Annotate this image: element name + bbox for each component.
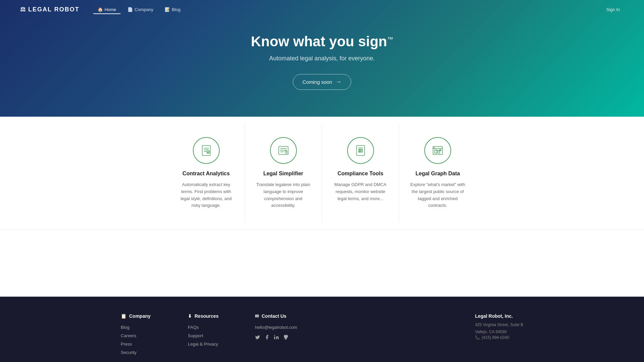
legal-graph-data-title: Legal Graph Data	[416, 171, 460, 177]
hero-subtitle: Automated legal analysis, for everyone.	[269, 55, 375, 62]
blog-icon: 📝	[165, 7, 170, 12]
footer: 📋 Company Blog Careers Press Security ⬇ …	[0, 297, 644, 362]
hero-title: Know what you sign™	[251, 34, 393, 50]
footer-resources-heading: ⬇ Resources	[188, 313, 235, 319]
nav-links: 🏠 Home 📄 Company 📝 Blog	[93, 5, 602, 14]
footer-email: hello@legalrobot.com	[255, 325, 309, 330]
compliance-tools-icon	[354, 144, 367, 157]
content-spacer	[0, 230, 644, 297]
footer-company-heading: 📋 Company	[121, 313, 168, 319]
feature-legal-graph-data: ▶_ Legal Graph Data Explore "what's mark…	[399, 124, 476, 223]
legal-simplifier-icon	[277, 144, 290, 157]
compliance-tools-icon-wrap	[347, 137, 374, 164]
footer-resources-col: ⬇ Resources FAQs Support Legal & Privacy	[188, 313, 235, 350]
footer-address-line1: 425 Virginia Street, Suite B	[475, 321, 523, 328]
contract-analytics-icon	[200, 144, 213, 157]
svg-point-21	[274, 335, 275, 336]
footer-contact-heading: ✉ Contact Us	[255, 313, 309, 319]
nav-blog-label: Blog	[172, 7, 180, 12]
footer-link-security[interactable]: Security	[121, 350, 168, 355]
footer-address: 425 Virginia Street, Suite B Vallejo, CA…	[475, 321, 523, 335]
legal-simplifier-title: Legal Simplifier	[263, 171, 303, 177]
phone-icon: 📞	[475, 335, 480, 340]
footer-company-heading-text: Company	[129, 313, 151, 319]
twitter-icon[interactable]	[255, 335, 260, 341]
footer-address-line2: Vallejo, CA 94590	[475, 328, 523, 335]
features-section: Contract Analytics Automatically extract…	[0, 117, 644, 230]
cta-label: Coming soon	[303, 79, 332, 85]
footer-company-col: 📋 Company Blog Careers Press Security	[121, 313, 168, 358]
feature-legal-simplifier: Legal Simplifier Translate legalese into…	[245, 124, 322, 223]
logo-text: LEGAL ROBOT	[28, 6, 79, 13]
legal-simplifier-icon-wrap	[270, 137, 297, 164]
nav-home-label: Home	[105, 7, 116, 12]
hero-title-text: Know what you sign	[251, 34, 387, 49]
footer-phone: 📞 (415) 894-0240	[475, 335, 523, 340]
arrow-icon: →	[335, 78, 341, 85]
contract-analytics-title: Contract Analytics	[182, 171, 230, 177]
svg-rect-0	[202, 145, 210, 156]
navbar: ⚖ LEGAL ROBOT 🏠 Home 📄 Company 📝 Blog Si…	[0, 0, 644, 19]
footer-link-press[interactable]: Press	[121, 342, 168, 347]
footer-link-blog[interactable]: Blog	[121, 325, 168, 330]
legal-graph-icon-wrap: ▶_	[424, 137, 451, 164]
svg-text:▶_: ▶_	[434, 146, 436, 148]
contract-analytics-desc: Automatically extract key terms. Find pr…	[178, 181, 234, 209]
feature-compliance-tools: Compliance Tools Manage GDPR and DMCA re…	[322, 124, 399, 223]
home-icon: 🏠	[98, 7, 103, 12]
nav-home[interactable]: 🏠 Home	[93, 5, 121, 14]
footer-resources-heading-text: Resources	[195, 313, 219, 319]
legal-simplifier-desc: Translate legalese into plain language t…	[255, 181, 312, 209]
svg-rect-10	[357, 145, 365, 156]
legal-graph-data-desc: Explore "what's market" with the largest…	[409, 181, 466, 209]
footer-company-icon: 📋	[121, 313, 126, 319]
linkedin-icon[interactable]	[274, 335, 279, 341]
social-icons	[255, 335, 309, 341]
feature-contract-analytics: Contract Analytics Automatically extract…	[168, 124, 245, 223]
footer-link-faqs[interactable]: FAQs	[188, 325, 235, 330]
nav-blog[interactable]: 📝 Blog	[160, 5, 185, 14]
facebook-icon[interactable]	[264, 335, 270, 341]
trademark: ™	[387, 36, 393, 43]
footer-contact-col: ✉ Contact Us hello@legalrobot.com	[255, 313, 309, 341]
cta-button[interactable]: Coming soon →	[293, 74, 351, 90]
compliance-tools-desc: Manage GDPR and DMCA requests, monitor w…	[332, 181, 389, 202]
github-icon[interactable]	[283, 335, 288, 341]
legal-graph-icon: ▶_	[431, 144, 444, 157]
footer-contact-icon: ✉	[255, 313, 259, 319]
logo-icon: ⚖	[20, 6, 26, 13]
footer-phone-number: (415) 894-0240	[482, 335, 509, 340]
footer-company-name: Legal Robot, Inc.	[475, 313, 523, 319]
nav-company[interactable]: 📄 Company	[123, 5, 158, 14]
sign-in-button[interactable]: Sign In	[602, 5, 624, 14]
footer-company-info-col: Legal Robot, Inc. 425 Virginia Street, S…	[475, 313, 523, 340]
footer-link-legal-privacy[interactable]: Legal & Privacy	[188, 342, 235, 347]
footer-inner: 📋 Company Blog Careers Press Security ⬇ …	[121, 313, 523, 358]
nav-company-label: Company	[135, 7, 153, 12]
footer-contact-heading-text: Contact Us	[262, 313, 286, 319]
footer-link-support[interactable]: Support	[188, 333, 235, 338]
company-icon: 📄	[127, 7, 133, 12]
svg-rect-18	[438, 151, 440, 153]
site-logo: ⚖ LEGAL ROBOT	[20, 6, 79, 13]
compliance-tools-title: Compliance Tools	[337, 171, 383, 177]
footer-resources-icon: ⬇	[188, 313, 192, 319]
footer-link-careers[interactable]: Careers	[121, 333, 168, 338]
navbar-right: Sign In	[602, 5, 624, 14]
contract-analytics-icon-wrap	[193, 137, 220, 164]
